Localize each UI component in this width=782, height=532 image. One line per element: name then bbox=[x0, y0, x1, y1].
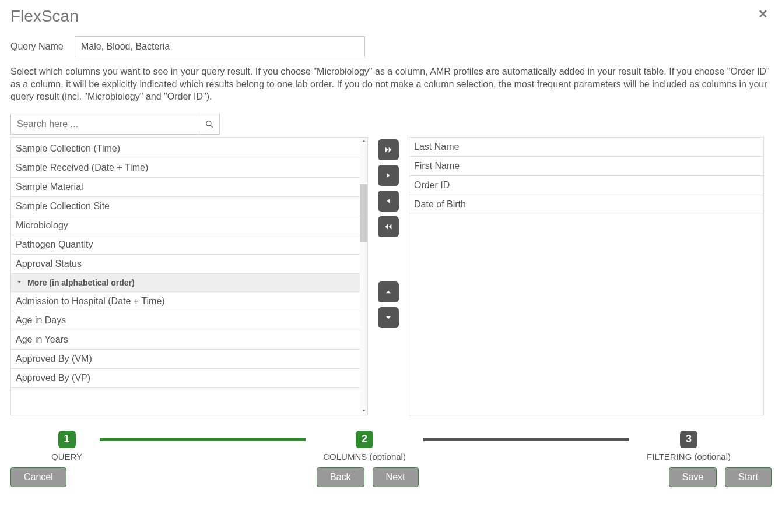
list-item[interactable]: Last Name bbox=[409, 138, 763, 157]
step-badge: 1 bbox=[58, 431, 76, 448]
move-up-button[interactable] bbox=[378, 281, 399, 302]
list-item[interactable]: Age in Days bbox=[11, 311, 360, 330]
list-item[interactable]: Approved By (VM) bbox=[11, 350, 360, 369]
chevron-left-icon bbox=[384, 197, 392, 205]
step-connector bbox=[423, 438, 629, 441]
scroll-up-icon[interactable] bbox=[360, 138, 367, 145]
double-chevron-left-icon bbox=[384, 222, 393, 231]
list-item[interactable]: Sample Collection Site bbox=[11, 197, 360, 216]
list-item[interactable]: First Name bbox=[409, 157, 763, 176]
remove-button[interactable] bbox=[378, 191, 399, 212]
triangle-down-icon bbox=[384, 313, 392, 322]
chevron-down-icon bbox=[16, 278, 23, 287]
step-badge: 2 bbox=[356, 431, 373, 448]
selected-columns-panel: Last Name First Name Order ID Date of Bi… bbox=[409, 137, 764, 415]
list-item[interactable]: Sample Received (Date + Time) bbox=[11, 158, 360, 178]
list-item[interactable]: Approved By (VP) bbox=[11, 369, 360, 388]
scrollbar[interactable] bbox=[360, 138, 367, 415]
list-item[interactable]: Approval Status bbox=[11, 255, 360, 274]
step-query[interactable]: 1 QUERY bbox=[51, 431, 82, 461]
step-label: QUERY bbox=[51, 452, 82, 461]
query-name-label: Query Name bbox=[10, 41, 75, 52]
list-item[interactable]: Pathogen Quantity bbox=[11, 235, 360, 255]
dialog-title: FlexScan bbox=[10, 7, 79, 26]
search-input[interactable] bbox=[10, 114, 199, 135]
step-label: COLUMNS (optional) bbox=[323, 452, 406, 461]
list-item[interactable]: Sample Material bbox=[11, 178, 360, 197]
list-item[interactable]: Date of Birth bbox=[409, 195, 763, 214]
search-button[interactable] bbox=[199, 114, 220, 135]
cancel-button[interactable]: Cancel bbox=[10, 467, 66, 487]
back-button[interactable]: Back bbox=[317, 467, 364, 487]
save-button[interactable]: Save bbox=[669, 467, 717, 487]
list-item[interactable]: Microbiology bbox=[11, 216, 360, 235]
search-icon bbox=[205, 120, 213, 128]
add-all-button[interactable] bbox=[378, 139, 399, 160]
scrollbar-thumb[interactable] bbox=[360, 184, 367, 242]
remove-all-button[interactable] bbox=[378, 216, 399, 237]
chevron-right-icon bbox=[384, 171, 392, 179]
more-section-header[interactable]: More (in alphabetical order) bbox=[11, 274, 360, 292]
start-button[interactable]: Start bbox=[725, 467, 772, 487]
list-item[interactable]: Order ID bbox=[409, 176, 763, 195]
more-section-label: More (in alphabetical order) bbox=[27, 278, 135, 287]
step-filtering[interactable]: 3 FILTERING (optional) bbox=[647, 431, 731, 461]
step-label: FILTERING (optional) bbox=[647, 452, 731, 461]
wizard-stepper: 1 QUERY 2 COLUMNS (optional) 3 FILTERING… bbox=[10, 431, 772, 461]
description-text: Select which columns you want to see in … bbox=[10, 65, 772, 103]
list-item[interactable]: Age in Years bbox=[11, 330, 360, 350]
double-chevron-right-icon bbox=[384, 145, 393, 154]
triangle-up-icon bbox=[384, 288, 392, 296]
move-down-button[interactable] bbox=[378, 307, 399, 328]
svg-line-1 bbox=[211, 125, 213, 128]
add-button[interactable] bbox=[378, 165, 399, 186]
step-columns[interactable]: 2 COLUMNS (optional) bbox=[323, 431, 406, 461]
list-item[interactable]: Admission to Hospital (Date + Time) bbox=[11, 292, 360, 311]
svg-point-0 bbox=[206, 121, 211, 126]
step-connector bbox=[100, 438, 306, 441]
next-button[interactable]: Next bbox=[373, 467, 419, 487]
list-item[interactable]: Sample Collection (Time) bbox=[11, 139, 360, 158]
scroll-down-icon[interactable] bbox=[360, 407, 367, 415]
available-columns-panel: Sample Collection (Date) Sample Collecti… bbox=[10, 137, 368, 415]
query-name-input[interactable] bbox=[75, 36, 365, 57]
step-badge: 3 bbox=[680, 431, 697, 448]
close-icon[interactable]: ✕ bbox=[755, 7, 772, 21]
